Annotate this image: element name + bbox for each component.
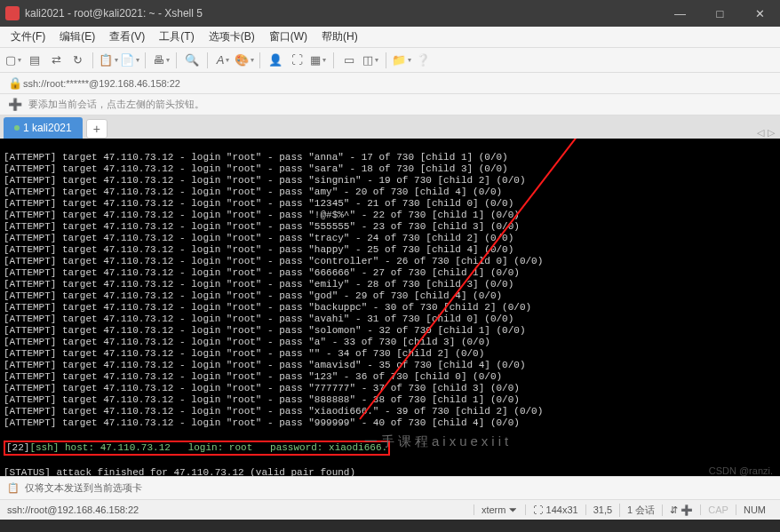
toolbar: ▢▾ ▤ ⇄ ↻ 📋▾ 📄▾ 🖶▾ 🔍 A▾ 🎨▾ 👤 ⛶ ▦▾ ▭ ◫▾ 📁▾… bbox=[0, 48, 780, 73]
search-icon[interactable]: 🔍 bbox=[184, 52, 200, 68]
fullscreen-icon[interactable]: ⛶ bbox=[289, 52, 305, 68]
tab-add-button[interactable]: + bbox=[86, 119, 107, 139]
attempt-line: [ATTEMPT] target 47.110.73.12 - login "r… bbox=[4, 383, 776, 394]
tab-next-icon[interactable]: ▷ bbox=[768, 127, 775, 139]
attempt-line: [ATTEMPT] target 47.110.73.12 - login "r… bbox=[4, 348, 776, 360]
font-icon[interactable]: A▾ bbox=[215, 52, 231, 68]
separator bbox=[176, 52, 177, 68]
status-num: NUM bbox=[736, 504, 773, 515]
minimize-button[interactable]: — bbox=[660, 0, 700, 27]
window-controls: — □ ✕ bbox=[660, 0, 780, 27]
separator bbox=[92, 52, 93, 68]
tab-status-dot bbox=[14, 125, 20, 131]
menu-tabs[interactable]: 选项卡(B) bbox=[202, 29, 262, 44]
attempt-line: [ATTEMPT] target 47.110.73.12 - login "r… bbox=[4, 302, 776, 314]
window-title: kali2021 - root@kali2021: ~ - Xshell 5 bbox=[25, 7, 660, 20]
attempt-line: [ATTEMPT] target 47.110.73.12 - login "r… bbox=[4, 279, 776, 290]
attempt-line: [ATTEMPT] target 47.110.73.12 - login "r… bbox=[4, 221, 776, 233]
menu-help[interactable]: 帮助(H) bbox=[314, 29, 365, 44]
paste-icon[interactable]: 📄▾ bbox=[122, 52, 138, 68]
csdn-watermark: CSDN @ranzi. bbox=[709, 465, 773, 476]
close-button[interactable]: ✕ bbox=[740, 0, 780, 27]
menu-file[interactable]: 文件(F) bbox=[4, 29, 52, 44]
connect-icon[interactable]: ⇄ bbox=[48, 52, 64, 68]
menu-tools[interactable]: 工具(T) bbox=[152, 29, 201, 44]
status-session: 1 会话 bbox=[619, 504, 662, 517]
window-titlebar: kali2021 - root@kali2021: ~ - Xshell 5 —… bbox=[0, 0, 780, 27]
separator bbox=[386, 52, 386, 68]
app-icon bbox=[5, 6, 20, 20]
help-icon[interactable]: ❔ bbox=[415, 52, 431, 68]
attempt-line: [ATTEMPT] target 47.110.73.12 - login "r… bbox=[4, 290, 776, 302]
address-bar: 🔒 ssh://root:******@192.168.46.158:22 bbox=[0, 73, 780, 94]
send-panel: 📋 仅将文本发送到当前选项卡 bbox=[0, 476, 780, 499]
address-text[interactable]: ssh://root:******@192.168.46.158:22 bbox=[23, 78, 773, 89]
status-net: ⇵ ➕ bbox=[662, 504, 700, 516]
menubar: 文件(F) 编辑(E) 查看(V) 工具(T) 选项卡(B) 窗口(W) 帮助(… bbox=[0, 27, 780, 48]
layout1-icon[interactable]: ▭ bbox=[341, 52, 357, 68]
menu-view[interactable]: 查看(V) bbox=[102, 29, 152, 44]
attempt-line: [ATTEMPT] target 47.110.73.12 - login "r… bbox=[4, 267, 776, 279]
split-icon[interactable]: ▦▾ bbox=[310, 52, 326, 68]
reconnect-icon[interactable]: ↻ bbox=[69, 52, 85, 68]
add-session-icon[interactable]: ➕ bbox=[7, 97, 23, 113]
session-hint-text: 要添加当前会话，点击左侧的箭头按钮。 bbox=[28, 98, 204, 111]
watermark: 一手课程aixuexiit bbox=[364, 435, 512, 447]
result-creds: host: 47.110.73.12 login: root password:… bbox=[59, 442, 387, 453]
status-pos: 31,5 bbox=[585, 504, 619, 515]
copy-icon[interactable]: 📋▾ bbox=[100, 52, 116, 68]
attempt-line: [ATTEMPT] target 47.110.73.12 - login "r… bbox=[4, 187, 776, 198]
maximize-button[interactable]: □ bbox=[700, 0, 740, 27]
attempt-line: [ATTEMPT] target 47.110.73.12 - login "r… bbox=[4, 175, 776, 187]
attempt-line: [ATTEMPT] target 47.110.73.12 - login "r… bbox=[4, 325, 776, 337]
tab-label: 1 kali2021 bbox=[23, 122, 72, 134]
attempt-line: [ATTEMPT] target 47.110.73.12 - login "r… bbox=[4, 371, 776, 383]
tab-prev-icon[interactable]: ◁ bbox=[757, 127, 764, 139]
attempt-line: [ATTEMPT] target 47.110.73.12 - login "r… bbox=[4, 406, 776, 417]
attempt-line: [ATTEMPT] target 47.110.73.12 - login "r… bbox=[4, 256, 776, 267]
terminal[interactable]: [ATTEMPT] target 47.110.73.12 - login "r… bbox=[0, 139, 780, 476]
status-conn: ssh://root@192.168.46.158:22 bbox=[7, 504, 474, 515]
new-session-icon[interactable]: ▢▾ bbox=[5, 52, 21, 68]
attempt-line: [ATTEMPT] target 47.110.73.12 - login "r… bbox=[4, 314, 776, 325]
status-cap: CAP bbox=[700, 504, 736, 515]
result-port: [22] bbox=[6, 442, 29, 453]
attempt-line: [ATTEMPT] target 47.110.73.12 - login "r… bbox=[4, 163, 776, 175]
transfer-icon[interactable]: 📁▾ bbox=[394, 52, 410, 68]
attempt-line: [ATTEMPT] target 47.110.73.12 - login "r… bbox=[4, 360, 776, 371]
separator bbox=[259, 52, 260, 68]
attempt-line: [ATTEMPT] target 47.110.73.12 - login "r… bbox=[4, 152, 776, 163]
attempt-line: [ATTEMPT] target 47.110.73.12 - login "r… bbox=[4, 233, 776, 244]
color-icon[interactable]: 🎨▾ bbox=[236, 52, 252, 68]
profile-icon[interactable]: 👤 bbox=[267, 52, 283, 68]
send-icon[interactable]: 📋 bbox=[7, 482, 20, 494]
lock-icon: 🔒 bbox=[7, 75, 23, 91]
attempt-line: [ATTEMPT] target 47.110.73.12 - login "r… bbox=[4, 337, 776, 348]
open-icon[interactable]: ▤ bbox=[27, 52, 43, 68]
attempt-line: [ATTEMPT] target 47.110.73.12 - login "r… bbox=[4, 244, 776, 256]
status-bar: ssh://root@192.168.46.158:22 xterm ⏷ ⛶ 1… bbox=[0, 499, 780, 520]
attempt-line: [ATTEMPT] target 47.110.73.12 - login "r… bbox=[4, 394, 776, 406]
print-icon[interactable]: 🖶▾ bbox=[153, 52, 169, 68]
menu-edit[interactable]: 编辑(E) bbox=[52, 29, 102, 44]
session-hint-bar: ➕ 要添加当前会话，点击左侧的箭头按钮。 bbox=[0, 94, 780, 115]
menu-window[interactable]: 窗口(W) bbox=[262, 29, 314, 44]
result-proto: [ssh] bbox=[29, 442, 59, 453]
status-size: ⛶ 144x31 bbox=[525, 504, 585, 515]
tab-nav: ◁ ▷ bbox=[757, 127, 775, 139]
separator bbox=[207, 52, 208, 68]
attempt-line: [ATTEMPT] target 47.110.73.12 - login "r… bbox=[4, 417, 776, 429]
send-panel-text[interactable]: 仅将文本发送到当前选项卡 bbox=[25, 481, 142, 495]
tab-bar: 1 kali2021 + ◁ ▷ bbox=[0, 115, 780, 139]
tab-kali2021[interactable]: 1 kali2021 bbox=[4, 117, 83, 139]
status-xterm: xterm ⏷ bbox=[474, 504, 526, 515]
layout2-icon[interactable]: ◫▾ bbox=[362, 52, 378, 68]
attempt-line: [ATTEMPT] target 47.110.73.12 - login "r… bbox=[4, 210, 776, 221]
separator bbox=[145, 52, 146, 68]
status-line: [STATUS] attack finished for 47.110.73.1… bbox=[4, 467, 776, 476]
separator bbox=[333, 52, 334, 68]
attempt-line: [ATTEMPT] target 47.110.73.12 - login "r… bbox=[4, 198, 776, 210]
